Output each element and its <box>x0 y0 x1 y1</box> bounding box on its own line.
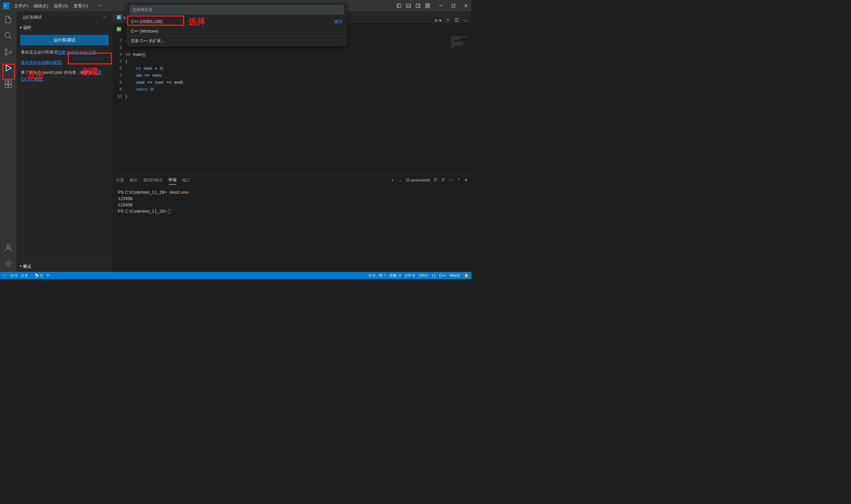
svg-rect-20 <box>5 81 8 84</box>
panel-more-icon[interactable]: ⋯ <box>449 178 453 182</box>
line-gutter: 2 3 4 5 6 7 8 9 10 <box>112 35 126 174</box>
svg-rect-2 <box>407 4 410 7</box>
menu-file[interactable]: 文件(F) <box>14 3 29 8</box>
editor-more-icon[interactable]: ⋯ <box>463 18 468 23</box>
activity-bar <box>0 11 17 272</box>
svg-rect-11 <box>452 4 455 7</box>
svg-rect-21 <box>8 81 12 84</box>
status-radio[interactable]: 📡 0 <box>35 273 42 278</box>
watermark: CSDN @十一要变强 <box>438 271 468 275</box>
breakpoints-label: 断点 <box>23 264 31 269</box>
sidebar-text-3: 要了解有关 launch.json 的信息，请参阅 <box>21 70 93 75</box>
run-and-debug-button[interactable]: 运行和调试 <box>20 35 109 45</box>
panel-maximize-icon[interactable]: ⌃ <box>457 178 460 182</box>
svg-rect-7 <box>428 4 430 5</box>
breakpoints-section-header[interactable]: ▸ 断点 <box>17 260 112 272</box>
editor-settings-gear-icon[interactable] <box>446 18 450 23</box>
panel: 问题 输出 调试控制台 终端 端口 ＋ ⌄ powershell ⋯ ⌃ ✕ <box>112 175 472 272</box>
layout-panel-icon[interactable] <box>406 3 411 8</box>
extensions-icon[interactable] <box>4 80 13 89</box>
quickpick-item-install-ext[interactable]: 安装 C++ 的扩展... <box>127 36 346 46</box>
status-line-col[interactable]: 行 6，列 7 <box>369 273 386 278</box>
svg-line-15 <box>9 37 12 39</box>
sidebar-text-1: 要自定义运行和调试 <box>21 50 57 54</box>
terminal-dropdown-icon[interactable]: ⌄ <box>398 178 402 182</box>
editor-tab-2[interactable]: C+ <box>112 23 126 35</box>
status-warnings[interactable]: ⚠ 0 <box>21 273 27 278</box>
window-minimize-icon[interactable] <box>439 3 444 8</box>
code-editor[interactable]: using namespace std; int main() { int nu… <box>126 35 449 174</box>
menu-select[interactable]: 选择(S) <box>54 3 68 8</box>
accounts-icon[interactable] <box>4 243 13 252</box>
run-debug-icon[interactable] <box>4 64 13 73</box>
panel-tab-debug-console[interactable]: 调试控制台 <box>143 176 162 185</box>
new-terminal-icon[interactable]: ＋ <box>391 177 394 183</box>
terminal-shell-label[interactable]: powershell <box>406 178 429 182</box>
layout-sidebar-left-icon[interactable] <box>396 3 402 8</box>
window-close-icon[interactable] <box>463 3 469 8</box>
status-eol[interactable]: CRLF <box>419 273 428 278</box>
run-dropdown-icon[interactable]: ▾ <box>434 18 441 23</box>
svg-rect-0 <box>397 4 401 7</box>
split-terminal-icon[interactable] <box>434 178 438 182</box>
menu-more-icon[interactable]: ⋯ <box>97 3 102 8</box>
svg-rect-4 <box>416 4 420 7</box>
svg-point-32 <box>48 275 49 276</box>
panel-tab-problems[interactable]: 问题 <box>116 176 124 185</box>
panel-tab-ports[interactable]: 端口 <box>182 176 190 185</box>
svg-point-26 <box>447 19 448 20</box>
status-spaces[interactable]: 空格: 4 <box>389 273 401 278</box>
run-section-header[interactable]: ▸ 运行 <box>20 23 109 33</box>
status-live-icon[interactable] <box>46 274 50 277</box>
debugger-quickpick: 选择调试器 C++ (GDB/LLDB) 建议 C++ (Windows) 安装… <box>127 3 346 46</box>
sidebar-more-icon[interactable]: ⋯ <box>103 15 107 19</box>
settings-gear-icon[interactable] <box>4 259 13 268</box>
panel-tab-output[interactable]: 输出 <box>130 176 137 185</box>
quickpick-item-gdb-lldb[interactable]: C++ (GDB/LLDB) 建议 <box>127 17 346 26</box>
quickpick-input[interactable]: 选择调试器 <box>129 5 344 15</box>
create-launch-json-link[interactable]: 创建 launch.json 文件 <box>57 50 96 54</box>
sidebar: 运行和调试 ⋯ ▸ 运行 运行和调试 要自定义运行和调试创建 launch.js… <box>17 11 112 272</box>
panel-tab-terminal[interactable]: 终端 <box>169 176 176 185</box>
sidebar-title: 运行和调试 <box>23 15 42 20</box>
minimap[interactable] <box>449 35 472 174</box>
source-control-icon[interactable] <box>4 48 13 56</box>
editor-area: C s ▾ ⋯ C+ 2 3 4 5 6 <box>112 11 472 272</box>
svg-rect-6 <box>426 4 427 5</box>
svg-rect-23 <box>8 85 12 88</box>
run-section-label: 运行 <box>23 25 31 30</box>
status-errors[interactable]: ⓧ 0 <box>10 273 17 278</box>
kill-terminal-icon[interactable] <box>441 178 445 182</box>
chevron-down-icon: ▸ <box>19 27 23 29</box>
quickpick-item-windows[interactable]: C++ (Windows) <box>127 26 346 36</box>
window-maximize-icon[interactable] <box>451 3 456 8</box>
cpp-file-icon: C+ <box>117 27 121 31</box>
svg-point-25 <box>7 263 10 265</box>
menu-edit[interactable]: 编辑(E) <box>34 3 48 8</box>
svg-rect-22 <box>5 85 8 88</box>
quickpick-hint: 建议 <box>334 19 342 24</box>
svg-point-24 <box>7 245 10 248</box>
search-icon[interactable] <box>4 31 13 40</box>
tab-label: s <box>123 15 126 20</box>
svg-point-16 <box>5 49 7 51</box>
terminal[interactable]: PS C:\Code\test_11_29> .\test2.exe 12345… <box>112 185 472 272</box>
chevron-down-icon: ▸ <box>19 266 23 267</box>
remote-indicator-icon[interactable] <box>3 274 7 277</box>
status-encoding[interactable]: UTF-8 <box>405 273 415 278</box>
layout-sidebar-right-icon[interactable] <box>415 3 421 8</box>
explorer-icon[interactable] <box>4 15 13 24</box>
c-file-icon: C <box>117 15 121 19</box>
split-editor-icon[interactable] <box>455 18 459 23</box>
svg-point-14 <box>5 33 10 38</box>
svg-point-18 <box>9 51 12 53</box>
svg-rect-9 <box>428 6 430 7</box>
layout-customize-icon[interactable] <box>425 3 430 8</box>
status-lang-braces[interactable]: { } <box>432 273 435 278</box>
status-bar: ⓧ 0 ⚠ 0 📡 0 行 6，列 7 空格: 4 UTF-8 CRLF { }… <box>0 272 472 279</box>
svg-rect-29 <box>407 179 409 181</box>
menu-view[interactable]: 查看(V) <box>73 3 88 8</box>
show-all-configs-link[interactable]: 显示所有自动调试配置 <box>21 60 61 65</box>
panel-close-icon[interactable]: ✕ <box>464 178 468 182</box>
svg-rect-8 <box>426 6 427 7</box>
